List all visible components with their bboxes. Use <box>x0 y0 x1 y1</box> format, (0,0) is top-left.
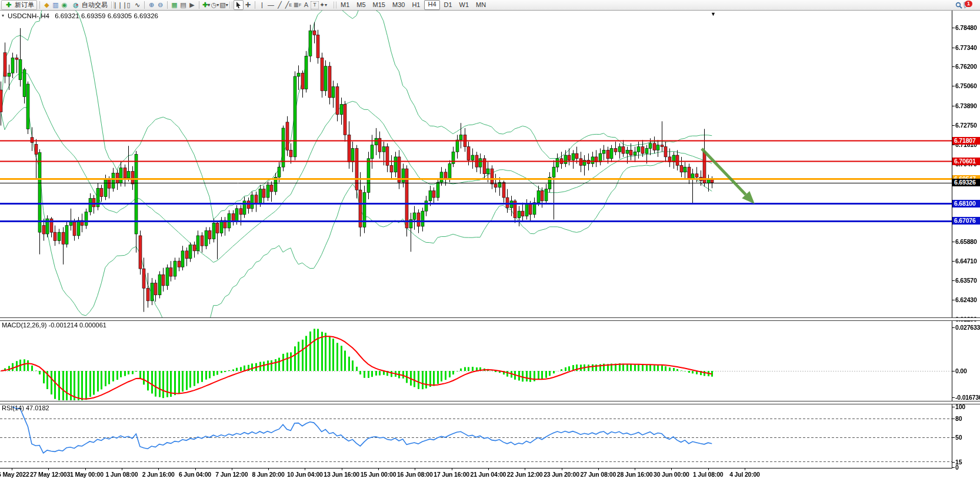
new-order-label: 新订单 <box>15 1 34 9</box>
time-label-1: 27 May 12:00 <box>30 471 66 478</box>
timeframe-group: M1M5M15M30H1H4D1W1MN <box>338 0 489 10</box>
time-label-16: 27 Jun 08:00 <box>580 471 616 478</box>
timeframe-button-M5[interactable]: M5 <box>354 1 368 9</box>
timeframe-button-M15[interactable]: M15 <box>370 1 388 9</box>
fibonacci-icon[interactable]: ≣F <box>293 1 302 9</box>
cursor-icon[interactable] <box>234 0 244 10</box>
periods-icon[interactable]: ◷▾ <box>211 1 219 9</box>
time-label-8: 10 Jun 04:00 <box>287 471 323 478</box>
hline-price-box-6.70601: 6.70601 <box>952 158 980 165</box>
notification-badge: 1 <box>965 1 972 7</box>
macd-axis-0.027633: 0.027633 <box>955 324 980 331</box>
tile-windows-icon[interactable]: ▦ <box>170 1 179 9</box>
autotrading-button[interactable]: ◍● 自动交易 <box>69 1 110 9</box>
vertical-line-icon[interactable]: | <box>258 1 266 9</box>
trendline-icon[interactable]: ╱ <box>275 1 284 9</box>
time-label-3: 1 Jun 08:00 <box>105 471 138 478</box>
zoom-out-icon[interactable]: ⊖ <box>156 1 165 9</box>
autotrading-label: 自动交易 <box>82 1 108 9</box>
price-tick-6.77340: 6.77340 <box>955 44 977 51</box>
chart-canvas[interactable] <box>0 0 980 482</box>
rsi-axis-0: 0 <box>955 464 959 471</box>
time-label-14: 22 Jun 12:00 <box>507 471 543 478</box>
pane-separator-macd[interactable] <box>0 317 980 321</box>
time-label-4: 2 Jun 16:00 <box>142 471 175 478</box>
time-label-2: 31 May 00:00 <box>66 471 103 478</box>
one-click-caret-icon[interactable]: ▾ <box>2 13 4 18</box>
chart-shift-icon[interactable]: ▶ <box>188 1 196 9</box>
zoom-in-icon[interactable]: ⊕ <box>147 1 156 9</box>
price-tick-6.78480: 6.78480 <box>955 24 977 31</box>
price-tick-6.62430: 6.62430 <box>955 296 977 303</box>
price-tick-6.65880: 6.65880 <box>955 238 977 245</box>
arrows-tool-icon[interactable]: ✦▾ <box>319 1 328 9</box>
timeframe-button-MN[interactable]: MN <box>473 1 489 9</box>
new-order-button[interactable]: ✚ 新订单 <box>1 0 37 10</box>
rsi-axis-50: 50 <box>955 434 962 441</box>
mt4-terminal: { "toolbar": { "new_order": {"label": "新… <box>0 0 980 482</box>
time-label-20: 4 Jul 20:00 <box>729 471 760 478</box>
market-watch-icon[interactable]: ▥ <box>51 1 60 9</box>
crosshair-icon[interactable]: ✛ <box>244 1 252 9</box>
text-icon[interactable]: A <box>302 1 311 9</box>
price-tick-6.64710: 6.64710 <box>955 257 977 265</box>
time-label-7: 8 Jun 20:00 <box>252 471 285 478</box>
price-tick-6.76200: 6.76200 <box>955 63 977 70</box>
bar-chart-icon[interactable]: ❘❘❘ <box>115 1 124 9</box>
time-label-15: 23 Jun 20:00 <box>544 471 579 478</box>
time-label-13: 21 Jun 04:00 <box>471 471 506 478</box>
chart-shift-marker-icon[interactable]: ▼ <box>711 11 716 17</box>
timeframe-button-H4[interactable]: H4 <box>424 0 439 10</box>
price-axis-line <box>952 10 952 468</box>
symbol-period-label: USDCNH-,H4 <box>8 12 49 19</box>
time-axis-frame <box>0 468 952 468</box>
time-label-0: 26 May 2022 <box>0 471 29 478</box>
rsi-indicator-label: RSI(14) 47.0182 <box>2 404 49 411</box>
time-label-9: 13 Jun 16:00 <box>324 471 359 478</box>
horizontal-line-icon[interactable]: — <box>266 1 275 9</box>
price-tick-6.63570: 6.63570 <box>955 277 977 284</box>
ohlc-values: 6.69321 6.69359 6.69305 6.69326 <box>55 12 158 19</box>
autotrading-icon: ◍● <box>71 1 80 9</box>
time-label-6: 7 Jun 12:00 <box>215 471 248 478</box>
new-order-icon: ✚ <box>4 1 13 9</box>
timeframe-button-M1[interactable]: M1 <box>338 1 352 9</box>
auto-arrange-icon[interactable]: ▤ <box>179 1 188 9</box>
rsi-axis-80: 80 <box>955 415 962 422</box>
hline-price-box-6.71807: 6.71807 <box>952 137 980 145</box>
line-chart-icon[interactable]: ∿ <box>133 1 142 9</box>
time-label-12: 17 Jun 16:00 <box>434 471 469 478</box>
timeframe-button-W1[interactable]: W1 <box>456 1 472 9</box>
time-label-5: 6 Jun 04:00 <box>179 471 211 478</box>
macd-indicator-label: MACD(12,26,9) -0.001214 0.000061 <box>2 322 106 329</box>
templates-icon[interactable]: ▧▾ <box>219 1 228 9</box>
macd-axis--0.016736: -0.016736 <box>955 394 980 401</box>
timeframe-button-H1[interactable]: H1 <box>409 1 423 9</box>
macd-axis-0.00: 0.00 <box>955 367 967 374</box>
indicators-icon[interactable]: ✚▾ <box>202 1 211 9</box>
hline-price-box-6.68100: 6.68100 <box>952 200 980 207</box>
price-tick-6.73890: 6.73890 <box>955 102 977 109</box>
chart-profiles-icon[interactable]: ◆ <box>42 1 51 9</box>
timeframe-button-M30[interactable]: M30 <box>389 1 408 9</box>
time-label-17: 28 Jun 16:00 <box>617 471 653 478</box>
price-tick-6.75060: 6.75060 <box>955 82 977 89</box>
notifications-icon[interactable]: 1 <box>963 1 972 9</box>
time-label-11: 16 Jun 08:00 <box>397 471 433 478</box>
chart-title: USDCNH-,H4 6.69321 6.69359 6.69305 6.693… <box>8 12 158 19</box>
time-label-19: 1 Jul 08:00 <box>693 471 724 478</box>
timeframe-button-D1[interactable]: D1 <box>441 1 455 9</box>
hline-price-box-6.67076: 6.67076 <box>952 217 980 225</box>
candlestick-chart-icon[interactable]: ▯ <box>124 1 133 9</box>
time-label-10: 15 Jun 00:00 <box>361 471 396 478</box>
current-price-box: 6.69326 <box>952 179 980 186</box>
navigator-icon[interactable]: ◉ <box>60 1 69 9</box>
main-toolbar: ✚ 新订单 ◆ ▥ ◉ ◍● 自动交易 ❘❘❘ ▯ ∿ ⊕ ⊖ ▦ ▤ ▶ ✚▾… <box>0 0 980 11</box>
search-icon[interactable] <box>954 1 963 9</box>
equidistant-channel-icon[interactable]: ╱E <box>284 1 293 9</box>
pane-separator-rsi[interactable] <box>0 401 980 404</box>
text-label-icon[interactable]: T <box>311 1 319 9</box>
price-tick-6.72750: 6.72750 <box>955 122 977 129</box>
time-label-18: 30 Jun 00:00 <box>654 471 689 478</box>
